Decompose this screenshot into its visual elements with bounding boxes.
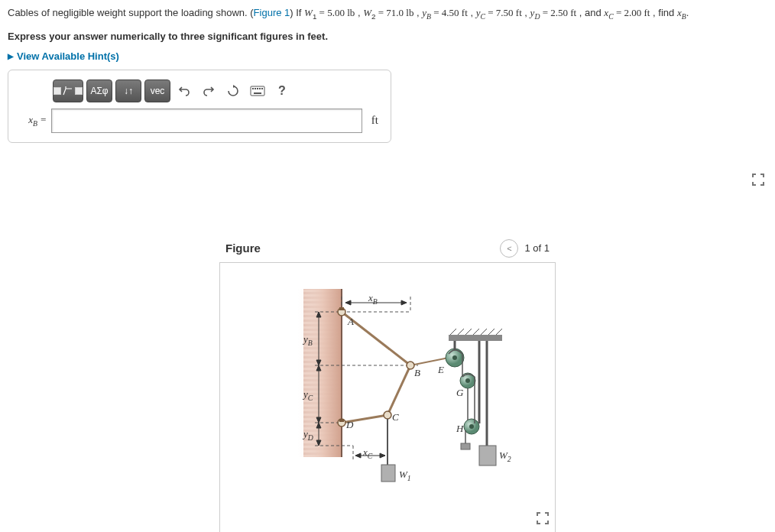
svg-line-38 <box>450 329 456 335</box>
undo-button[interactable] <box>173 80 195 102</box>
label-H: H <box>456 423 463 435</box>
view-hints-toggle[interactable]: View Available Hint(s) <box>8 50 767 62</box>
svg-line-43 <box>488 329 495 335</box>
answer-unit: ft <box>367 114 383 127</box>
svg-point-50 <box>407 362 414 369</box>
vector-button[interactable]: vec <box>144 79 170 102</box>
help-button[interactable]: ? <box>271 80 293 102</box>
svg-rect-37 <box>449 335 502 341</box>
label-W2: W2 <box>499 449 511 463</box>
figure-pager-label: 1 of 1 <box>524 242 550 254</box>
diagram: A B C D E G H xB xC yB yC yD W1 <box>250 274 525 495</box>
svg-line-40 <box>465 329 472 335</box>
figure-pager: < 1 of 1 <box>500 239 550 258</box>
label-yC: yC <box>303 388 313 402</box>
label-E: E <box>438 364 444 376</box>
svg-line-44 <box>496 329 502 335</box>
label-xC: xC <box>363 446 372 460</box>
label-C: C <box>392 411 399 423</box>
svg-rect-6 <box>254 92 261 94</box>
label-D: D <box>346 419 353 431</box>
svg-line-42 <box>481 329 487 335</box>
diagram-svg <box>250 274 525 495</box>
answer-panel: ΑΣφ ↓↑ vec ? xB = ft <box>8 70 391 143</box>
svg-marker-35 <box>355 453 361 458</box>
answer-input[interactable] <box>51 109 362 133</box>
svg-marker-32 <box>345 300 351 305</box>
figure-expand-icon[interactable] <box>537 512 549 527</box>
svg-point-59 <box>452 355 457 360</box>
svg-rect-2 <box>255 88 256 89</box>
subscript-superscript-button[interactable]: ↓↑ <box>115 79 141 102</box>
svg-rect-3 <box>257 88 258 89</box>
keyboard-button[interactable] <box>247 80 268 102</box>
equation-toolbar: ΑΣφ ↓↑ vec ? <box>53 79 383 102</box>
label-W1: W1 <box>399 469 411 482</box>
svg-line-39 <box>458 329 464 335</box>
label-G: G <box>456 387 463 399</box>
answer-variable-label: xB = <box>16 114 47 128</box>
label-xB: xB <box>368 292 378 306</box>
answer-instruction: Express your answer numerically to three… <box>8 28 767 45</box>
label-yD: yD <box>303 428 313 442</box>
figure-title: Figure <box>225 242 261 255</box>
redo-button[interactable] <box>198 80 219 102</box>
label-yB: yB <box>303 333 313 347</box>
svg-rect-54 <box>339 419 344 422</box>
figure-body: A B C D E G H xB xC yB yC yD W1 <box>219 262 556 532</box>
svg-marker-36 <box>380 453 385 458</box>
expand-panel-icon[interactable] <box>752 174 764 189</box>
svg-marker-33 <box>401 300 407 305</box>
greek-button[interactable]: ΑΣφ <box>86 79 112 102</box>
problem-statement: Cables of negligible weight support the … <box>8 4 767 23</box>
svg-line-46 <box>388 365 410 415</box>
svg-line-41 <box>473 329 479 335</box>
svg-rect-1 <box>252 88 254 89</box>
svg-point-51 <box>384 411 391 419</box>
reset-button[interactable] <box>222 80 244 102</box>
figure-section: Figure < 1 of 1 <box>219 235 556 532</box>
svg-rect-0 <box>251 86 264 96</box>
svg-point-63 <box>469 424 474 429</box>
svg-rect-5 <box>261 88 263 89</box>
label-B: B <box>414 367 420 379</box>
template-button[interactable] <box>53 79 83 102</box>
svg-rect-4 <box>259 88 261 89</box>
label-A: A <box>348 316 354 328</box>
figure-prev-button[interactable]: < <box>500 239 518 258</box>
figure-reference-link[interactable]: Figure 1 <box>254 7 290 18</box>
svg-point-61 <box>465 378 470 383</box>
svg-rect-53 <box>339 307 344 310</box>
svg-rect-68 <box>479 446 496 466</box>
svg-rect-69 <box>461 443 470 449</box>
